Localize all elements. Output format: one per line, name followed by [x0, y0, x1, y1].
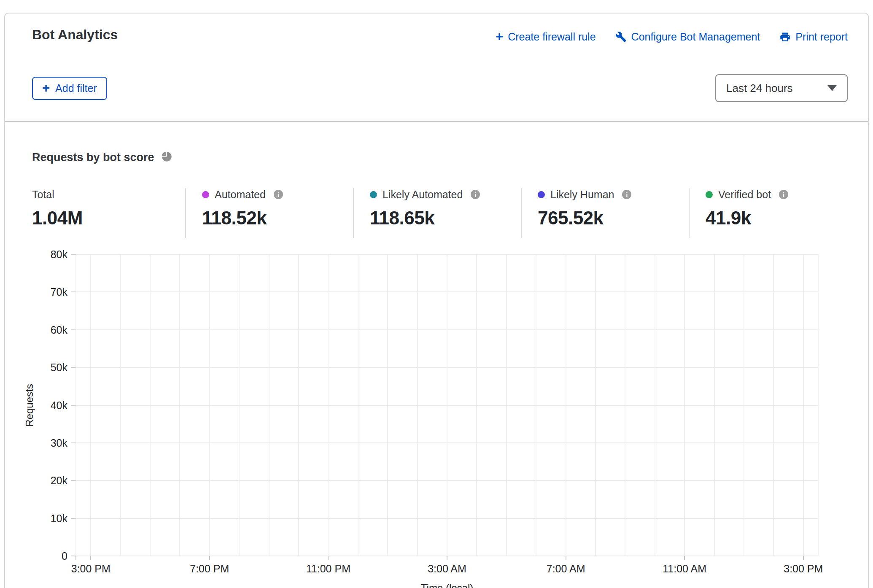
create-firewall-rule-label: Create firewall rule: [508, 31, 595, 43]
x-axis-tick-label: 3:00 PM: [71, 563, 110, 575]
x-tick: [447, 556, 447, 560]
info-icon[interactable]: i: [779, 190, 788, 199]
stat-dot: [202, 191, 209, 198]
y-axis-tick-label: 40k: [51, 399, 67, 411]
y-axis-tick-label: 10k: [51, 512, 67, 524]
stat-likely-human: Likely Human i 765.52k: [521, 188, 689, 238]
time-range-select[interactable]: Last 24 hours: [715, 74, 848, 102]
info-icon[interactable]: i: [274, 190, 283, 199]
y-axis-tick-label: 70k: [51, 286, 67, 298]
stat-label: Verified bot: [718, 189, 771, 201]
print-report-link[interactable]: Print report: [779, 31, 848, 43]
y-axis-tick-label: 60k: [51, 324, 67, 336]
y-tick: [71, 442, 76, 443]
plus-icon: +: [42, 81, 50, 94]
pie-chart-icon[interactable]: [161, 151, 172, 164]
x-axis-tick-label: 11:00 AM: [663, 563, 706, 575]
page-title: Bot Analytics: [32, 27, 118, 43]
x-axis-tick-label: 7:00 AM: [547, 563, 585, 575]
stat-dot: [706, 191, 713, 198]
x-axis-tick-label: 11:00 PM: [306, 563, 350, 575]
configure-bot-management-link[interactable]: Configure Bot Management: [615, 31, 760, 43]
y-tick: [71, 518, 76, 519]
y-axis-tick-label: 20k: [51, 475, 67, 487]
y-tick: [71, 291, 76, 292]
time-range-value: Last 24 hours: [726, 82, 793, 95]
x-tick: [90, 556, 91, 560]
stat-dot: [538, 191, 545, 198]
chevron-down-icon: [827, 85, 837, 91]
x-tick: [328, 556, 329, 560]
configure-bot-management-label: Configure Bot Management: [631, 31, 760, 43]
stat-value: 118.65k: [370, 208, 521, 229]
x-tick: [209, 556, 210, 560]
y-axis-title: Requests: [24, 384, 35, 426]
header-divider: [5, 121, 868, 122]
stat-likely-automated: Likely Automated i 118.65k: [353, 188, 521, 238]
stat-value: 41.9k: [706, 208, 857, 229]
stat-value: 1.04M: [32, 208, 185, 229]
y-tick: [71, 405, 76, 406]
info-icon[interactable]: i: [622, 190, 631, 199]
stat-automated: Automated i 118.52k: [185, 188, 353, 238]
h-gridline: [76, 291, 818, 292]
create-firewall-rule-link[interactable]: + Create firewall rule: [496, 30, 596, 43]
plus-icon: +: [496, 30, 503, 43]
x-axis-tick-label: 7:00 PM: [190, 563, 229, 575]
section-title: Requests by bot score: [32, 151, 154, 164]
stat-value: 118.52k: [202, 208, 353, 229]
x-tick: [75, 556, 76, 560]
stats-row: Total 1.04M Automated i 118.52k Likely A…: [32, 188, 857, 238]
y-axis-tick-label: 50k: [51, 361, 67, 374]
stat-verified-bot: Verified bot i 41.9k: [689, 188, 857, 238]
y-tick: [71, 367, 76, 368]
print-report-label: Print report: [795, 31, 848, 43]
h-gridline: [76, 480, 818, 481]
info-icon[interactable]: i: [471, 190, 480, 199]
h-gridline: [76, 518, 818, 519]
x-axis-title: Time (local): [421, 582, 473, 588]
stat-dot: [370, 191, 377, 198]
stat-value: 765.52k: [538, 208, 689, 229]
stat-total: Total 1.04M: [32, 188, 185, 238]
h-gridline: [76, 405, 818, 406]
section-header: Requests by bot score: [32, 151, 172, 164]
stat-label: Automated: [215, 189, 266, 201]
y-axis-tick-label: 30k: [51, 437, 67, 449]
add-filter-label: Add filter: [55, 82, 97, 94]
y-tick: [71, 480, 76, 481]
stat-label: Likely Human: [550, 189, 614, 201]
bot-analytics-card: Bot Analytics + Create firewall rule Con…: [4, 13, 869, 588]
h-gridline: [76, 329, 818, 330]
y-axis-tick-label: 0: [62, 550, 67, 562]
x-axis-tick-label: 3:00 AM: [428, 563, 466, 575]
x-axis-tick-label: 3:00 PM: [784, 563, 823, 575]
printer-icon: [779, 31, 791, 43]
h-gridline: [76, 367, 818, 368]
plot-area: Requests Time (local) 010k20k30k40k50k60…: [76, 254, 818, 556]
stat-label: Likely Automated: [383, 189, 463, 201]
y-axis-tick-label: 80k: [51, 248, 67, 261]
x-tick: [566, 556, 566, 560]
stat-label: Total: [32, 189, 54, 201]
add-filter-button[interactable]: + Add filter: [32, 77, 107, 100]
x-tick: [803, 556, 804, 560]
wrench-icon: [615, 31, 627, 43]
h-gridline: [76, 442, 818, 443]
x-tick: [684, 556, 685, 560]
y-tick: [71, 329, 76, 330]
y-tick: [71, 254, 76, 255]
header-actions: + Create firewall rule Configure Bot Man…: [496, 30, 848, 43]
h-gridline: [76, 254, 818, 255]
